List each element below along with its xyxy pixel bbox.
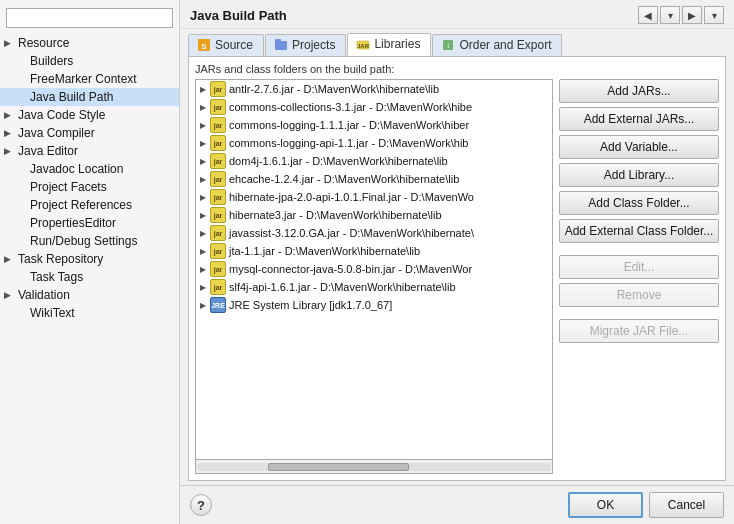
sidebar-item-task-repository[interactable]: ▶Task Repository	[0, 250, 179, 268]
jar-icon-ehcache: jar	[210, 171, 226, 187]
sidebar-item-label-properties-editor: PropertiesEditor	[30, 216, 116, 230]
sidebar-item-resource[interactable]: ▶Resource	[0, 34, 179, 52]
sidebar-item-task-tags[interactable]: Task Tags	[0, 268, 179, 286]
forward-button[interactable]: ▶	[682, 6, 702, 24]
back-dropdown-button[interactable]: ▾	[660, 6, 680, 24]
jar-item-hibernate3[interactable]: ▶jarhibernate3.jar - D:\MavenWork\hibern…	[196, 206, 552, 224]
jar-icon-commons-logging: jar	[210, 117, 226, 133]
jar-label-commons-logging: commons-logging-1.1.1.jar - D:\MavenWork…	[229, 119, 469, 131]
sidebar-item-javadoc-location[interactable]: Javadoc Location	[0, 160, 179, 178]
jar-item-slf4j-api[interactable]: ▶jarslf4j-api-1.6.1.jar - D:\MavenWork\h…	[196, 278, 552, 296]
jar-icon-javassist: jar	[210, 225, 226, 241]
button-spacer-6	[559, 247, 719, 251]
jar-expand-dom4j: ▶	[200, 157, 210, 166]
jar-icon-jre-system: JRE	[210, 297, 226, 313]
sidebar-item-validation[interactable]: ▶Validation	[0, 286, 179, 304]
tab-label-projects: Projects	[292, 38, 335, 52]
jar-item-commons-logging-api[interactable]: ▶jarcommons-logging-api-1.1.jar - D:\Mav…	[196, 134, 552, 152]
jar-expand-slf4j-api: ▶	[200, 283, 210, 292]
sidebar-item-java-compiler[interactable]: ▶Java Compiler	[0, 124, 179, 142]
sidebar-item-label-run-debug-settings: Run/Debug Settings	[30, 234, 137, 248]
sidebar-item-java-editor[interactable]: ▶Java Editor	[0, 142, 179, 160]
help-button[interactable]: ?	[190, 494, 212, 516]
svg-text:S: S	[201, 42, 207, 51]
expand-arrow-resource: ▶	[4, 38, 16, 48]
add-class-folder-button[interactable]: Add Class Folder...	[559, 191, 719, 215]
sidebar-item-run-debug-settings[interactable]: Run/Debug Settings	[0, 232, 179, 250]
tab-label-source: Source	[215, 38, 253, 52]
tab-libraries[interactable]: JARLibraries	[347, 33, 431, 56]
tab-label-libraries: Libraries	[374, 37, 420, 51]
add-library-button[interactable]: Add Library...	[559, 163, 719, 187]
jar-label-antlr: antlr-2.7.6.jar - D:\MavenWork\hibernate…	[229, 83, 439, 95]
sidebar-item-label-validation: Validation	[18, 288, 70, 302]
svg-rect-3	[275, 39, 281, 43]
add-variable-button[interactable]: Add Variable...	[559, 135, 719, 159]
jar-label-commons-logging-api: commons-logging-api-1.1.jar - D:\MavenWo…	[229, 137, 468, 149]
jar-label-slf4j-api: slf4j-api-1.6.1.jar - D:\MavenWork\hiber…	[229, 281, 456, 293]
nav-arrows: ◀ ▾ ▶ ▾	[638, 6, 724, 24]
jar-expand-javassist: ▶	[200, 229, 210, 238]
tab-icon-order-and-export: ↕	[441, 38, 455, 52]
add-jars-button[interactable]: Add JARs...	[559, 79, 719, 103]
jar-item-antlr[interactable]: ▶jarantlr-2.7.6.jar - D:\MavenWork\hiber…	[196, 80, 552, 98]
sidebar-item-label-javadoc-location: Javadoc Location	[30, 162, 123, 176]
jar-item-jre-system[interactable]: ▶JREJRE System Library [jdk1.7.0_67]	[196, 296, 552, 314]
button-spacer-8	[559, 311, 719, 315]
tabs-container: SSourceProjectsJARLibraries↕Order and Ex…	[180, 29, 734, 56]
tab-icon-projects	[274, 38, 288, 52]
sidebar-item-project-facets[interactable]: Project Facets	[0, 178, 179, 196]
tab-icon-source: S	[197, 38, 211, 52]
jar-item-ehcache[interactable]: ▶jarehcache-1.2.4.jar - D:\MavenWork\hib…	[196, 170, 552, 188]
jar-item-hibernate-jpa[interactable]: ▶jarhibernate-jpa-2.0-api-1.0.1.Final.ja…	[196, 188, 552, 206]
bottom-buttons: OK Cancel	[568, 492, 724, 518]
sidebar-search-input[interactable]	[6, 8, 173, 28]
sidebar-item-java-build-path[interactable]: Java Build Path	[0, 88, 179, 106]
tab-order-and-export[interactable]: ↕Order and Export	[432, 34, 562, 56]
sidebar-item-freemarker-context[interactable]: FreeMarker Context	[0, 70, 179, 88]
jar-item-mysql-connector[interactable]: ▶jarmysql-connector-java-5.0.8-bin.jar -…	[196, 260, 552, 278]
sidebar-item-properties-editor[interactable]: PropertiesEditor	[0, 214, 179, 232]
jar-icon-hibernate-jpa: jar	[210, 189, 226, 205]
expand-arrow-java-code-style: ▶	[4, 110, 16, 120]
jar-item-javassist[interactable]: ▶jarjavassist-3.12.0.GA.jar - D:\MavenWo…	[196, 224, 552, 242]
sidebar-item-label-freemarker-context: FreeMarker Context	[30, 72, 137, 86]
jars-list[interactable]: ▶jarantlr-2.7.6.jar - D:\MavenWork\hiber…	[195, 79, 553, 460]
ok-button[interactable]: OK	[568, 492, 643, 518]
jar-item-dom4j[interactable]: ▶jardom4j-1.6.1.jar - D:\MavenWork\hiber…	[196, 152, 552, 170]
sidebar-item-wikitext[interactable]: WikiText	[0, 304, 179, 322]
expand-arrow-task-repository: ▶	[4, 254, 16, 264]
cancel-button[interactable]: Cancel	[649, 492, 724, 518]
jar-item-commons-logging[interactable]: ▶jarcommons-logging-1.1.1.jar - D:\Maven…	[196, 116, 552, 134]
jar-icon-dom4j: jar	[210, 153, 226, 169]
jar-item-jta[interactable]: ▶jarjta-1.1.jar - D:\MavenWork\hibernate…	[196, 242, 552, 260]
sidebar-item-label-task-tags: Task Tags	[30, 270, 83, 284]
jar-expand-ehcache: ▶	[200, 175, 210, 184]
add-external-class-folder-button[interactable]: Add External Class Folder...	[559, 219, 719, 243]
forward-dropdown-button[interactable]: ▾	[704, 6, 724, 24]
tab-icon-libraries: JAR	[356, 37, 370, 51]
jar-label-commons-collections: commons-collections-3.1.jar - D:\MavenWo…	[229, 101, 472, 113]
jar-expand-hibernate3: ▶	[200, 211, 210, 220]
jar-item-commons-collections[interactable]: ▶jarcommons-collections-3.1.jar - D:\Mav…	[196, 98, 552, 116]
jar-label-dom4j: dom4j-1.6.1.jar - D:\MavenWork\hibernate…	[229, 155, 448, 167]
hscroll-track	[197, 463, 551, 471]
sidebar-item-project-references[interactable]: Project References	[0, 196, 179, 214]
sidebar-item-label-wikitext: WikiText	[30, 306, 75, 320]
edit-button: Edit...	[559, 255, 719, 279]
panel-body: ▶jarantlr-2.7.6.jar - D:\MavenWork\hiber…	[195, 79, 719, 474]
horizontal-scrollbar[interactable]	[195, 460, 553, 474]
jar-expand-commons-logging-api: ▶	[200, 139, 210, 148]
sidebar-item-label-project-facets: Project Facets	[30, 180, 107, 194]
back-button[interactable]: ◀	[638, 6, 658, 24]
tab-source[interactable]: SSource	[188, 34, 264, 56]
sidebar-item-java-code-style[interactable]: ▶Java Code Style	[0, 106, 179, 124]
add-external-jars-button[interactable]: Add External JARs...	[559, 107, 719, 131]
jar-icon-jta: jar	[210, 243, 226, 259]
jar-icon-antlr: jar	[210, 81, 226, 97]
expand-arrow-validation: ▶	[4, 290, 16, 300]
remove-button: Remove	[559, 283, 719, 307]
jar-icon-mysql-connector: jar	[210, 261, 226, 277]
sidebar-item-builders[interactable]: Builders	[0, 52, 179, 70]
tab-projects[interactable]: Projects	[265, 34, 346, 56]
